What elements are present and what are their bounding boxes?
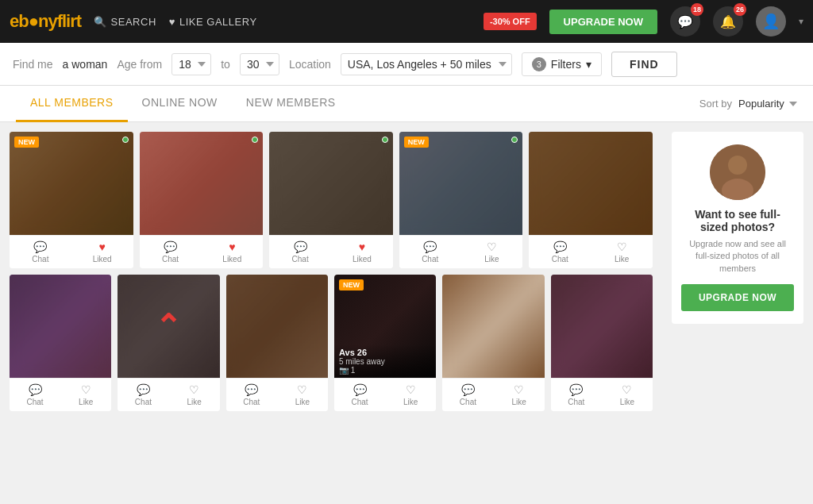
heart-icon: ♡ (297, 383, 307, 396)
heart-icon: ♡ (622, 383, 632, 396)
chat-button-8[interactable]: 💬 Chat (226, 379, 277, 411)
filter-count: 3 (532, 57, 546, 71)
online-indicator (122, 137, 129, 143)
card-image-5 (529, 132, 653, 235)
card-actions-5: 💬 Chat ♡ Like (529, 235, 653, 268)
avatar-svg (710, 144, 765, 200)
search-bar: Find me a woman Age from 18202530 to 302… (0, 43, 813, 86)
blur-overlay (269, 132, 393, 235)
like-button-11[interactable]: ♡ Like (602, 379, 653, 411)
member-card-6: 💬 Chat ♡ Like (10, 275, 111, 411)
like-button-7[interactable]: ♡ Like (169, 379, 220, 411)
find-me-value: a woman (63, 58, 108, 71)
sort-select[interactable]: PopularityNewestDistance (738, 98, 797, 110)
sort-area: Sort by PopularityNewestDistance (699, 98, 797, 110)
chat-button-4[interactable]: 💬 Chat (399, 236, 461, 268)
card-image-8 (226, 275, 328, 378)
find-me-label: Find me (13, 58, 53, 71)
alerts-badge: 26 (734, 3, 746, 16)
find-button[interactable]: FIND (611, 52, 677, 77)
chat-icon: 💬 (553, 240, 567, 253)
chat-icon: 💬 (294, 240, 307, 253)
chat-button-5[interactable]: 💬 Chat (529, 236, 591, 268)
chat-button-9[interactable]: 💬 Chat (334, 379, 385, 411)
header: eb●nyflirt 🔍 SEARCH ♥ LIKE GALLERY -30% … (0, 0, 813, 43)
like-button-3[interactable]: ♥ Liked (331, 236, 393, 268)
tab-online-now[interactable]: ONLINE NOW (128, 86, 232, 122)
like-button-8[interactable]: ♡ Like (277, 379, 328, 411)
heart-icon: ♡ (406, 383, 416, 396)
chat-button-2[interactable]: 💬 Chat (140, 236, 202, 268)
heart-icon: ♡ (189, 383, 199, 396)
card-actions-3: 💬 Chat ♥ Liked (269, 235, 393, 268)
card-actions-4: 💬 Chat ♡ Like (399, 235, 523, 268)
member-card-9: New Avs 26 5 miles away 📷 1 💬 Chat ♡ Lik… (334, 275, 436, 411)
search-nav[interactable]: 🔍 SEARCH (94, 16, 156, 28)
new-badge: New (404, 137, 429, 148)
member-card-10: 💬 Chat ♡ Like (442, 275, 544, 411)
like-button-6[interactable]: ♡ Like (60, 379, 111, 411)
card-image-7: ⌃ (118, 275, 219, 378)
member-card-11: 💬 Chat ♡ Like (551, 275, 653, 411)
location-label: Location (289, 58, 331, 71)
card-image-3 (269, 132, 393, 235)
chat-button-10[interactable]: 💬 Chat (442, 379, 493, 411)
chat-button-6[interactable]: 💬 Chat (10, 379, 60, 411)
grid-row-1: New 💬 Chat ♥ Liked (10, 132, 653, 268)
messages-button[interactable]: 💬 18 (670, 6, 700, 37)
logo-text: eb●nyflirt (10, 11, 81, 31)
like-button-5[interactable]: ♡ Like (591, 236, 653, 268)
new-badge: New (339, 279, 364, 290)
user-avatar[interactable]: 👤 (756, 6, 786, 37)
card-image-6 (10, 275, 111, 378)
svg-point-1 (728, 156, 747, 175)
member-distance: 5 miles away (339, 357, 431, 366)
chevron-down-icon: ▾ (799, 16, 803, 27)
card-image-9: New Avs 26 5 miles away 📷 1 (334, 275, 436, 378)
chat-icon: 💬 (164, 240, 177, 253)
search-icon: 🔍 (94, 16, 107, 28)
age-to-select[interactable]: 30253540 (240, 53, 279, 75)
card-actions-11: 💬 Chat ♡ Like (551, 378, 653, 411)
tab-all-members[interactable]: ALL MEMBERS (16, 86, 128, 122)
card-image-10 (442, 275, 544, 378)
like-button-9[interactable]: ♡ Like (385, 379, 436, 411)
filters-label: Filters (551, 58, 581, 71)
upgrade-card-title: Want to see full-sized photos? (681, 208, 794, 233)
alerts-button[interactable]: 🔔 26 (713, 6, 743, 37)
main-content: New 💬 Chat ♥ Liked (0, 122, 813, 504)
like-button-10[interactable]: ♡ Like (494, 379, 545, 411)
upgrade-button[interactable]: UPGRADE NOW (549, 10, 657, 34)
chat-button-11[interactable]: 💬 Chat (551, 379, 602, 411)
heart-icon: ♡ (81, 383, 91, 396)
filters-button[interactable]: 3 Filters ▾ (522, 52, 602, 76)
online-indicator (382, 137, 388, 143)
chat-button-7[interactable]: 💬 Chat (118, 379, 168, 411)
logo[interactable]: eb●nyflirt (10, 11, 81, 32)
age-to-label: to (221, 58, 230, 71)
like-button-4[interactable]: ♡ Like (461, 236, 523, 268)
card-image-4: New (399, 132, 523, 235)
blur-overlay (551, 275, 653, 378)
location-select[interactable]: USA, Los Angeles + 50 miles (341, 53, 512, 75)
card-actions-6: 💬 Chat ♡ Like (10, 378, 111, 411)
arrow-icon: ⌃ (155, 308, 182, 344)
message-icon: 💬 (677, 14, 693, 29)
tab-new-members[interactable]: NEW MEMBERS (232, 86, 350, 122)
chat-icon: 💬 (29, 383, 42, 396)
avatar-icon: 👤 (762, 13, 780, 30)
chat-button-1[interactable]: 💬 Chat (10, 236, 71, 268)
like-button-2[interactable]: ♥ Liked (201, 236, 263, 268)
member-card-1: New 💬 Chat ♥ Liked (10, 132, 133, 268)
upgrade-card-button[interactable]: UPGRADE NOW (681, 284, 794, 311)
age-from-select[interactable]: 18202530 (171, 53, 211, 75)
heart-icon: ♥ (229, 240, 235, 253)
chat-button-3[interactable]: 💬 Chat (269, 236, 331, 268)
card-actions-1: 💬 Chat ♥ Liked (10, 235, 133, 268)
like-gallery-nav[interactable]: ♥ LIKE GALLERY (169, 16, 257, 28)
bell-icon: 🔔 (720, 14, 736, 29)
blur-overlay (529, 132, 653, 235)
like-button-1[interactable]: ♥ Liked (71, 236, 133, 268)
card-actions-7: 💬 Chat ♡ Like (118, 378, 219, 411)
card-actions-8: 💬 Chat ♡ Like (226, 378, 328, 411)
